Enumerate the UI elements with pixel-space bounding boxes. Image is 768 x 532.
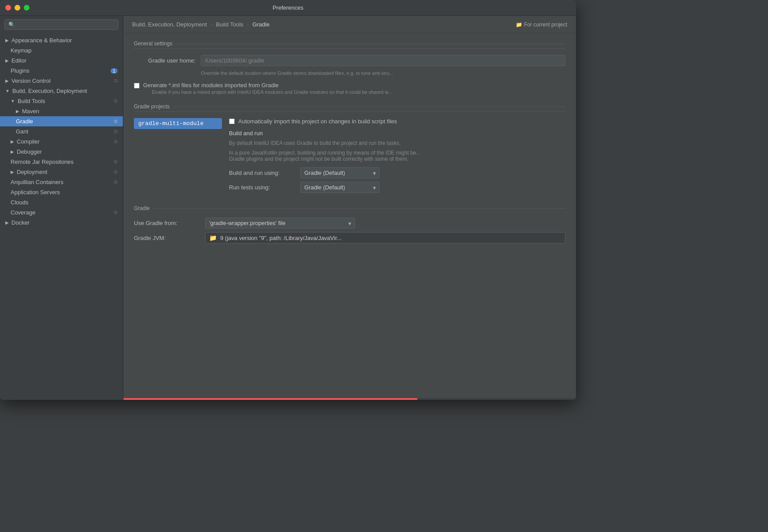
use-gradle-from-label: Use Gradle from:: [134, 220, 200, 226]
sidebar-item-label: Compiler: [17, 138, 40, 145]
nav-tree: ▶ Appearance & Behavior Keymap ▶ Editor …: [0, 33, 123, 400]
chevron-right-icon: ▶: [11, 170, 14, 174]
sidebar-item-label: Version Control: [11, 78, 51, 84]
gradle-user-home-input[interactable]: [201, 55, 565, 66]
close-button[interactable]: [5, 5, 11, 11]
copy-icon: ⧉: [114, 139, 118, 144]
copy-icon: ⧉: [114, 78, 118, 84]
sidebar-item-appearance-behavior[interactable]: ▶ Appearance & Behavior: [0, 35, 123, 45]
generate-iml-label[interactable]: Generate *.iml files for modules importe…: [143, 82, 279, 89]
auto-import-row: Automatically import this project on cha…: [229, 118, 565, 125]
window-controls[interactable]: [5, 5, 30, 11]
gradle-projects-header: Gradle projects: [134, 103, 565, 112]
sidebar: 🔍 ▶ Appearance & Behavior Keymap ▶ Edito…: [0, 16, 123, 400]
auto-import-checkbox[interactable]: [229, 118, 235, 124]
chevron-right-icon: ▶: [5, 58, 9, 63]
build-run-using-row: Build and run using: Gradle (Default) In…: [229, 167, 565, 178]
sidebar-item-remote-jar-repositories[interactable]: Remote Jar Repositories ⧉: [0, 157, 123, 167]
sidebar-item-label: Clouds: [11, 199, 28, 206]
use-gradle-from-row: Use Gradle from: 'gradle-wrapper.propert…: [134, 218, 565, 229]
breadcrumb-build-tools[interactable]: Build Tools: [216, 21, 244, 28]
gradle-user-home-hint: Override the default location where Grad…: [134, 70, 565, 76]
sidebar-item-gradle[interactable]: Gradle ⧉: [0, 116, 123, 126]
copy-icon: ⧉: [114, 129, 118, 134]
breadcrumb-build-execution[interactable]: Build, Execution, Deployment: [132, 21, 207, 28]
sidebar-item-label: Editor: [11, 57, 26, 64]
sidebar-item-label: Appearance & Behavior: [11, 37, 72, 44]
for-project-label: For current project: [524, 22, 567, 28]
sidebar-item-docker[interactable]: ▶ Docker: [0, 218, 123, 228]
sidebar-item-label: Application Servers: [11, 189, 60, 196]
sidebar-item-coverage[interactable]: Coverage ⧉: [0, 207, 123, 218]
sidebar-item-version-control[interactable]: ▶ Version Control ⧉: [0, 76, 123, 86]
gradle-user-home-row: Gradle user home:: [134, 55, 565, 66]
chevron-right-icon: ▶: [11, 149, 14, 154]
auto-import-label[interactable]: Automatically import this project on cha…: [238, 118, 397, 125]
titlebar: Preferences: [0, 0, 576, 16]
build-run-using-select[interactable]: Gradle (Default) IntelliJ IDEA: [300, 167, 380, 178]
project-settings: Automatically import this project on cha…: [229, 118, 565, 196]
use-gradle-from-select[interactable]: 'gradle-wrapper.properties' file Gradle …: [205, 218, 355, 229]
gradle-section: Gradle Use Gradle from: 'gradle-wrapper.…: [134, 205, 565, 244]
run-tests-using-wrapper[interactable]: Gradle (Default) IntelliJ IDEA: [300, 182, 380, 193]
sidebar-item-arquillian-containers[interactable]: Arquillian Containers ⧉: [0, 177, 123, 187]
sidebar-item-gant[interactable]: Gant ⧉: [0, 126, 123, 137]
sidebar-item-label: Gradle: [16, 118, 33, 125]
sidebar-item-build-execution-deployment[interactable]: ▼ Build, Execution, Deployment: [0, 86, 123, 96]
gradle-jvm-value: 9 (java version "9", path: /Library/Java…: [220, 235, 342, 241]
build-run-using-wrapper[interactable]: Gradle (Default) IntelliJ IDEA: [300, 167, 380, 178]
gradle-section-header: Gradle: [134, 205, 565, 213]
sidebar-item-application-servers[interactable]: Application Servers: [0, 187, 123, 197]
minimize-button[interactable]: [15, 5, 20, 11]
content-area: General settings Gradle user home: Overr…: [123, 33, 576, 259]
chevron-right-icon: ▶: [5, 38, 9, 43]
sidebar-item-label: Build, Execution, Deployment: [12, 88, 87, 94]
sidebar-item-editor[interactable]: ▶ Editor: [0, 55, 123, 66]
sidebar-item-compiler[interactable]: ▶ Compiler ⧉: [0, 137, 123, 147]
sidebar-item-clouds[interactable]: Clouds: [0, 197, 123, 207]
sidebar-item-maven[interactable]: ▶ Maven: [0, 106, 123, 116]
copy-icon: ⧉: [114, 118, 118, 124]
use-gradle-from-wrapper[interactable]: 'gradle-wrapper.properties' file Gradle …: [205, 218, 355, 229]
sidebar-item-build-tools[interactable]: ▼ Build Tools ⧉: [0, 96, 123, 106]
search-input[interactable]: [18, 22, 114, 28]
sidebar-item-label: Gant: [16, 128, 28, 135]
generate-iml-hint: Enable if you have a mixed project with …: [143, 89, 392, 95]
breadcrumb-sep-2: ›: [247, 21, 249, 28]
sidebar-item-label: Maven: [22, 108, 39, 115]
gradle-user-home-label: Gradle user home:: [134, 57, 196, 64]
sidebar-item-label: Coverage: [11, 209, 35, 216]
sidebar-item-plugins[interactable]: Plugins 1: [0, 66, 123, 76]
gradle-jvm-row: Gradle JVM: 📁 9 (java version "9", path:…: [134, 232, 565, 244]
copy-icon: ⧉: [114, 179, 118, 185]
gradle-projects-section: Gradle projects gradle-multi-module Auto…: [134, 103, 565, 196]
copy-icon: ⧉: [114, 169, 118, 175]
build-run-section: Build and run By default IntelliJ IDEA u…: [229, 130, 565, 193]
run-tests-using-select[interactable]: Gradle (Default) IntelliJ IDEA: [300, 182, 380, 193]
copy-icon: ⧉: [114, 159, 118, 165]
general-settings-section: General settings Gradle user home: Overr…: [134, 41, 565, 95]
maximize-button[interactable]: [24, 5, 30, 11]
sidebar-item-keymap[interactable]: Keymap: [0, 45, 123, 55]
sidebar-item-debugger[interactable]: ▶ Debugger: [0, 147, 123, 157]
for-project-section[interactable]: 📁 For current project: [516, 22, 567, 28]
build-run-using-label: Build and run using:: [229, 170, 295, 176]
chevron-down-icon: ▼: [11, 99, 15, 103]
sidebar-item-label: Deployment: [17, 169, 47, 175]
breadcrumb-gradle: Gradle: [252, 21, 270, 28]
project-item-gradle-multi-module[interactable]: gradle-multi-module: [134, 118, 222, 129]
generate-iml-row: Generate *.iml files for modules importe…: [134, 82, 565, 95]
sidebar-item-label: Build Tools: [18, 98, 45, 104]
search-box[interactable]: 🔍: [4, 19, 118, 30]
sidebar-item-deployment[interactable]: ▶ Deployment ⧉: [0, 167, 123, 177]
chevron-right-icon: ▶: [11, 139, 14, 144]
sidebar-item-label: Remote Jar Repositories: [11, 159, 74, 165]
main-layout: 🔍 ▶ Appearance & Behavior Keymap ▶ Edito…: [0, 16, 576, 400]
progress-bar: [123, 398, 417, 400]
copy-icon: ⧉: [114, 210, 118, 215]
sidebar-item-label: Keymap: [11, 47, 32, 54]
chevron-right-icon: ▶: [16, 109, 19, 114]
generate-iml-checkbox[interactable]: [134, 83, 140, 89]
gradle-jvm-input[interactable]: 📁 9 (java version "9", path: /Library/Ja…: [205, 232, 565, 244]
sidebar-item-label: Plugins: [11, 67, 30, 74]
